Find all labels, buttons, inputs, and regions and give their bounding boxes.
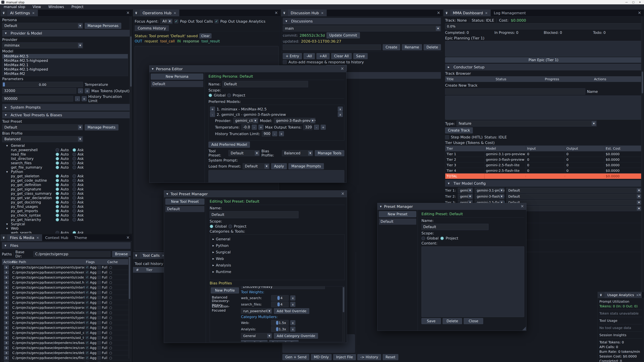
- remove-file-button[interactable]: x: [4, 331, 9, 335]
- full-checkbox[interactable]: [98, 341, 101, 345]
- full-checkbox[interactable]: [98, 321, 101, 324]
- collapse-icon[interactable]: ▼: [6, 171, 10, 173]
- ask-radio[interactable]: [72, 205, 76, 209]
- resize-grip[interactable]: [522, 327, 526, 330]
- scope-project-radio[interactable]: [227, 93, 231, 97]
- dock-menu-icon[interactable]: ▼: [0, 234, 7, 241]
- dialog-close-icon[interactable]: ×: [520, 204, 524, 208]
- history-action-button[interactable]: +All: [316, 53, 330, 59]
- remove-override-button[interactable]: x: [290, 296, 295, 301]
- preset-name-input[interactable]: Default: [422, 224, 488, 230]
- persona-list-item[interactable]: Default: [151, 81, 203, 87]
- tier-preset-select[interactable]: Default ▼: [506, 188, 642, 193]
- tier-provider-select[interactable]: gemini ▼: [458, 194, 473, 199]
- track-type-select[interactable]: feature ▼: [456, 120, 597, 126]
- minimize-icon[interactable]: —: [625, 1, 628, 4]
- plan-epic-button[interactable]: Plan Epic (Tier 1): [445, 57, 642, 63]
- increment-button[interactable]: +: [85, 88, 90, 93]
- tab-close-icon[interactable]: ×: [485, 11, 488, 15]
- persona-name-input[interactable]: Default: [222, 81, 308, 87]
- dock-menu-icon[interactable]: ▼: [281, 9, 288, 16]
- remove-file-button[interactable]: x: [4, 301, 9, 305]
- full-checkbox[interactable]: [98, 296, 101, 299]
- apply-button[interactable]: Apply: [271, 163, 287, 169]
- mma-tab[interactable]: Log Management ×: [491, 9, 529, 16]
- tool-preset-manager-titlebar[interactable]: ▼ Tool Preset Manager ×: [164, 191, 347, 197]
- decrement-button[interactable]: -: [78, 88, 83, 93]
- tool-override-select[interactable]: run_powershell ▼: [241, 308, 272, 314]
- scope-global-radio[interactable]: [208, 93, 212, 97]
- agg-checkbox[interactable]: ✓: [86, 301, 89, 304]
- auto-radio[interactable]: [56, 192, 59, 195]
- save-profile-button[interactable]: Save Profile: [241, 340, 268, 342]
- discussions-header[interactable]: ▼ Discussions: [283, 18, 441, 24]
- tier-model-select[interactable]: gemini-3-flash-preview ▼: [474, 194, 504, 199]
- agg-checkbox[interactable]: ✓: [86, 271, 89, 274]
- pe-bias-profile-select[interactable]: Balanced ▼: [282, 150, 313, 156]
- remove-file-button[interactable]: x: [4, 306, 9, 310]
- remove-file-button[interactable]: x: [4, 341, 9, 345]
- auto-radio[interactable]: [56, 205, 59, 209]
- manage-personas-button[interactable]: Manage Personas: [85, 23, 121, 29]
- panel-close-icon[interactable]: ×: [126, 11, 130, 15]
- menu-item[interactable]: manual slop: [0, 5, 29, 9]
- model-list-item[interactable]: MiniMax-M2.1: [2, 63, 128, 67]
- category-row[interactable]: ▶ Web: [212, 257, 343, 261]
- tab-usage-analytics[interactable]: Usage Analytics ×: [604, 292, 642, 298]
- delete-button[interactable]: Delete: [442, 318, 462, 324]
- composer-action-button[interactable]: -> History: [358, 354, 381, 360]
- auto-radio[interactable]: [56, 183, 59, 187]
- ask-radio[interactable]: [72, 183, 76, 187]
- model-list-item[interactable]: MiniMax-M2: [2, 71, 128, 76]
- tier-model-config-header[interactable]: ▼ Tier Model Config: [445, 180, 642, 187]
- agg-checkbox[interactable]: ✓: [86, 306, 89, 309]
- remove-model-button[interactable]: x: [338, 107, 343, 112]
- auto-radio[interactable]: [56, 157, 59, 161]
- dialog-close-icon[interactable]: ×: [340, 66, 344, 70]
- remove-file-button[interactable]: x: [4, 275, 9, 279]
- remove-file-button[interactable]: x: [4, 280, 9, 284]
- add-category-override-button[interactable]: Add Category Override: [274, 333, 318, 339]
- history-action-button[interactable]: Clear All: [331, 53, 352, 59]
- pe-tool-preset-select[interactable]: Default ▼: [228, 150, 260, 156]
- agg-checkbox[interactable]: ✓: [86, 336, 89, 339]
- provider-model-header[interactable]: ▼ Provider & Model: [2, 30, 130, 36]
- conductor-setup-header[interactable]: ▶ Conductor Setup: [445, 64, 642, 70]
- create-discussion-button[interactable]: Create: [383, 44, 400, 50]
- browse-button[interactable]: Browse: [112, 251, 131, 257]
- auto-radio[interactable]: [56, 152, 59, 156]
- reorder-button[interactable]: -: [210, 112, 215, 117]
- bias-profile-select[interactable]: Balanced ▼: [2, 136, 83, 142]
- full-checkbox[interactable]: [98, 291, 101, 294]
- composer-action-button[interactable]: Gen + Send: [282, 354, 309, 360]
- scrollbar[interactable]: [130, 16, 132, 233]
- increment-button[interactable]: +: [279, 131, 284, 136]
- new-preset-button[interactable]: New Preset: [379, 211, 416, 217]
- new-profile-button[interactable]: New Profile: [211, 287, 239, 294]
- ask-radio[interactable]: [72, 148, 76, 152]
- temperature-slider[interactable]: 0.00: [2, 82, 83, 87]
- collapse-icon[interactable]: ▼: [6, 223, 10, 225]
- full-checkbox[interactable]: [98, 316, 101, 319]
- epic-planning-input[interactable]: [445, 41, 642, 57]
- model-list-item[interactable]: MiniMax-M2.5: [2, 54, 128, 58]
- pm-history-input[interactable]: 900000: [262, 131, 270, 137]
- save-button[interactable]: Save: [422, 318, 441, 324]
- agg-checkbox[interactable]: ✓: [86, 346, 89, 350]
- agg-checkbox[interactable]: ✓: [86, 296, 89, 299]
- full-checkbox[interactable]: [98, 336, 101, 339]
- base-dir-input[interactable]: C:/projects/gencpp: [33, 251, 110, 257]
- decrement-button[interactable]: -: [272, 131, 277, 136]
- full-checkbox[interactable]: [98, 361, 101, 362]
- tab-comms-history[interactable]: Comms History: [135, 25, 169, 31]
- persona-editor-titlebar[interactable]: ▼ Persona Editor ×: [150, 65, 346, 72]
- auto-radio[interactable]: [56, 196, 59, 200]
- composer-action-button[interactable]: Reset: [383, 354, 398, 360]
- provider-select[interactable]: minimax ▼: [2, 42, 83, 48]
- ask-radio[interactable]: [72, 161, 76, 165]
- create-track-button[interactable]: Create Track: [445, 127, 473, 133]
- scope-project-radio[interactable]: [440, 237, 444, 240]
- panel-close-icon[interactable]: ×: [274, 11, 278, 15]
- add-tool-override-button[interactable]: Add Tool Override: [274, 308, 309, 314]
- files-media-tab[interactable]: Files & Media ×: [7, 234, 42, 241]
